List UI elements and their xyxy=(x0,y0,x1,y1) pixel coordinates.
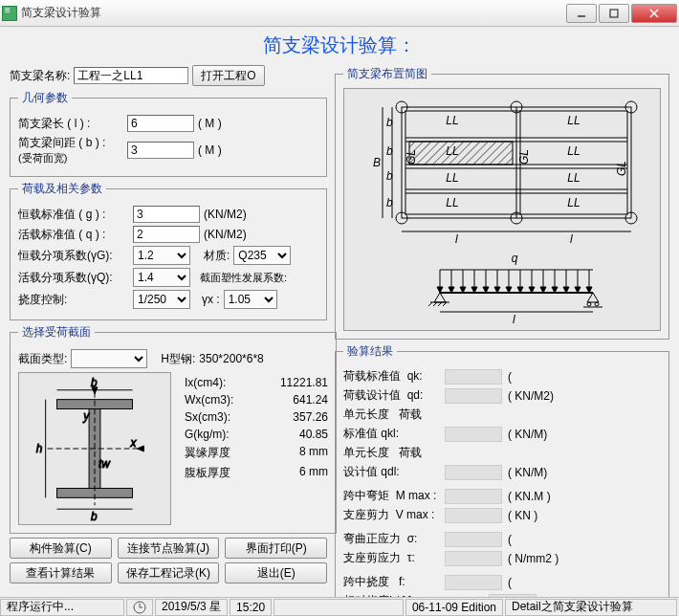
result-legend: 验算结果 xyxy=(343,343,397,360)
load-group: 荷载及相关参数 恒载标准值 ( g ) : (KN/M2) 活载标准值 ( q … xyxy=(10,181,327,320)
svg-marker-100 xyxy=(587,293,599,302)
defl-select[interactable]: 1/250 xyxy=(133,290,190,309)
geometry-group: 几何参数 简支梁长 ( l ) : ( M ) 简支梁间距 ( b ) : (受… xyxy=(10,90,327,177)
wx-value: 641.24 xyxy=(293,393,328,407)
close-button[interactable] xyxy=(631,4,677,23)
mmax-value xyxy=(445,489,502,504)
section-legend: 选择受荷截面 xyxy=(18,324,95,341)
yg-label: 恒载分项系数(γG): xyxy=(18,248,129,264)
svg-text:GL: GL xyxy=(615,161,628,176)
save-button[interactable]: 保存工程记录(K) xyxy=(118,562,220,583)
svg-text:l: l xyxy=(570,232,573,246)
ix-label: Ix(cm4): xyxy=(185,376,226,389)
material-select[interactable]: Q235 xyxy=(233,246,291,265)
titlebar: 简支梁设计验算 xyxy=(0,0,679,27)
svg-text:LL: LL xyxy=(567,114,580,127)
exit-button[interactable]: 退出(E) xyxy=(225,562,327,583)
svg-line-98 xyxy=(438,302,442,306)
svg-rect-1 xyxy=(610,10,618,17)
section-type-select[interactable] xyxy=(71,349,147,368)
geometry-legend: 几何参数 xyxy=(18,90,72,106)
svg-text:b: b xyxy=(386,169,393,183)
hsteel-label: H型钢: xyxy=(161,351,195,367)
g-input[interactable] xyxy=(133,206,200,223)
statusbar: 程序运行中... 2019/5/3 星 15:20 06-11-09 Editi… xyxy=(0,597,679,616)
beam-name-input[interactable] xyxy=(74,67,188,84)
qdl-value xyxy=(445,465,502,480)
status-edition: 06-11-09 Edition xyxy=(405,599,503,616)
svg-marker-94 xyxy=(434,293,446,302)
ix-value: 11221.81 xyxy=(280,376,328,389)
app-icon xyxy=(2,6,17,21)
svg-text:LL: LL xyxy=(567,144,580,158)
q-input[interactable] xyxy=(133,226,200,243)
section-diagram: b b h y x tw xyxy=(18,372,171,525)
plastic-select[interactable]: 1.05 xyxy=(224,290,277,309)
svg-text:LL: LL xyxy=(446,171,458,185)
svg-text:GL: GL xyxy=(405,149,418,165)
vmax-value xyxy=(445,508,502,523)
calc-member-button[interactable]: 构件验算(C) xyxy=(10,538,112,559)
defl-value xyxy=(445,575,502,590)
status-date: 2019/5/3 星 xyxy=(155,599,228,616)
status-detail: Detail之简支梁设计验算 xyxy=(505,599,677,616)
q-unit: (KN/M2) xyxy=(204,228,247,241)
layout-legend: 简支梁布置简图 xyxy=(343,66,431,82)
svg-point-102 xyxy=(595,302,599,306)
spacing-input[interactable] xyxy=(127,142,194,159)
svg-text:y: y xyxy=(82,409,90,423)
section-type-label: 截面类型: xyxy=(18,351,67,367)
svg-rect-31 xyxy=(409,142,513,165)
print-button[interactable]: 界面打印(P) xyxy=(225,538,327,559)
gm-value: 40.85 xyxy=(299,428,328,441)
svg-text:B: B xyxy=(373,156,381,169)
qk-value xyxy=(445,369,502,385)
maximize-button[interactable] xyxy=(599,4,629,23)
qd-value xyxy=(445,388,502,404)
layout-group: 简支梁布置简图 xyxy=(335,66,669,340)
status-time: 15:20 xyxy=(230,599,272,616)
tau-value xyxy=(445,551,502,566)
spacing-label: 简支梁间距 ( b ) : xyxy=(18,136,105,149)
yq-label: 活载分项系数(γQ): xyxy=(18,270,129,286)
yg-select[interactable]: 1.2 xyxy=(133,246,190,265)
svg-text:x: x xyxy=(130,436,138,450)
tf-label: 翼缘厚度 xyxy=(185,445,230,461)
beam-layout-diagram: LL LL LL LL LL LL LL LL GL GL GL xyxy=(343,88,661,331)
sx-value: 357.26 xyxy=(293,410,328,424)
plastic-label: 截面塑性发展系数: xyxy=(200,271,287,285)
svg-text:l: l xyxy=(513,313,515,326)
yq-select[interactable]: 1.4 xyxy=(133,268,190,287)
page-title: 简支梁设计验算： xyxy=(10,33,669,58)
svg-line-96 xyxy=(428,302,432,306)
section-properties: Ix(cm4):11221.81 Wx(cm3):641.24 Sx(cm3):… xyxy=(185,372,328,525)
spacing-note: (受荷面宽) xyxy=(18,152,67,164)
svg-text:LL: LL xyxy=(446,196,458,209)
status-running: 程序运行中... xyxy=(0,599,124,616)
result-group: 验算结果 荷载标准值 qk:( 荷载设计值 qd:( KN/M2) 单元长度 荷… xyxy=(335,343,669,616)
calc-joint-button[interactable]: 连接节点验算(J) xyxy=(118,538,220,559)
tw-value: 6 xyxy=(299,465,306,478)
svg-point-101 xyxy=(587,302,591,306)
svg-text:b: b xyxy=(386,196,393,209)
svg-text:q: q xyxy=(512,252,518,265)
g-label: 恒载标准值 ( g ) : xyxy=(18,207,129,223)
open-project-button[interactable]: 打开工程O xyxy=(192,65,264,86)
span-input[interactable] xyxy=(127,115,194,132)
clock-icon xyxy=(126,599,153,616)
svg-marker-18 xyxy=(137,446,143,451)
minimize-button[interactable] xyxy=(566,4,597,23)
tf-value: 8 xyxy=(299,445,306,458)
window-title: 简支梁设计验算 xyxy=(21,5,564,21)
svg-text:LL: LL xyxy=(567,171,580,185)
tw-label: 腹板厚度 xyxy=(185,465,230,481)
g-unit: (KN/M2) xyxy=(204,208,247,221)
svg-text:b: b xyxy=(386,144,393,158)
svg-text:LL: LL xyxy=(567,196,580,209)
svg-text:l: l xyxy=(455,232,458,246)
view-result-button[interactable]: 查看计算结果 xyxy=(10,562,112,583)
wx-label: Wx(cm3): xyxy=(185,393,233,407)
defl-label: 挠度控制: xyxy=(18,292,129,308)
svg-text:tw: tw xyxy=(99,457,111,471)
plastic-sym: γx : xyxy=(202,293,220,306)
